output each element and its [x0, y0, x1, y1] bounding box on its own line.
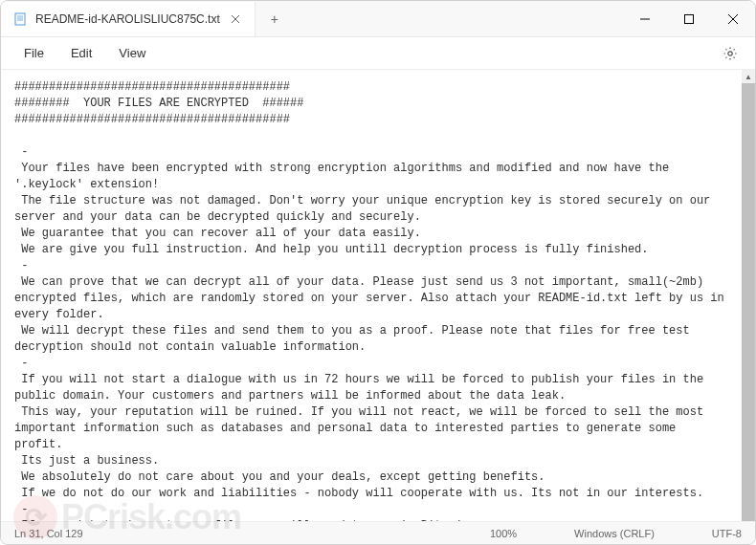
- vertical-scrollbar[interactable]: ▲: [742, 70, 755, 521]
- file-tab[interactable]: README-id-KAROLISLIUC875C.txt: [1, 2, 256, 36]
- tab-close-button[interactable]: [228, 11, 243, 27]
- menu-bar: File Edit View: [1, 37, 755, 70]
- menu-edit[interactable]: Edit: [59, 42, 103, 64]
- window-controls: [623, 1, 755, 37]
- tab-title: README-id-KAROLISLIUC875C.txt: [35, 12, 220, 26]
- text-editor[interactable]: ########################################…: [1, 70, 742, 521]
- svg-point-10: [728, 51, 732, 54]
- menu-file[interactable]: File: [12, 42, 56, 64]
- title-bar: README-id-KAROLISLIUC875C.txt +: [1, 1, 755, 37]
- settings-button[interactable]: [717, 40, 744, 67]
- file-icon: [12, 11, 28, 27]
- status-bar: Ln 31, Col 129 100% Windows (CRLF) UTF-8: [1, 521, 755, 544]
- line-ending[interactable]: Windows (CRLF): [574, 528, 655, 539]
- scroll-thumb[interactable]: [742, 83, 755, 521]
- scroll-up-arrow[interactable]: ▲: [742, 70, 755, 83]
- menu-view[interactable]: View: [107, 42, 157, 64]
- notepad-window: README-id-KAROLISLIUC875C.txt +: [0, 0, 756, 545]
- svg-rect-0: [15, 13, 25, 25]
- gear-icon: [723, 46, 738, 61]
- maximize-button[interactable]: [667, 1, 711, 37]
- minimize-button[interactable]: [623, 1, 667, 37]
- new-tab-button[interactable]: +: [256, 2, 294, 36]
- svg-rect-7: [685, 14, 694, 23]
- editor-area: ########################################…: [1, 70, 755, 521]
- zoom-level[interactable]: 100%: [490, 528, 517, 539]
- close-button[interactable]: [711, 1, 755, 37]
- encoding[interactable]: UTF-8: [712, 528, 742, 539]
- cursor-position: Ln 31, Col 129: [14, 528, 452, 539]
